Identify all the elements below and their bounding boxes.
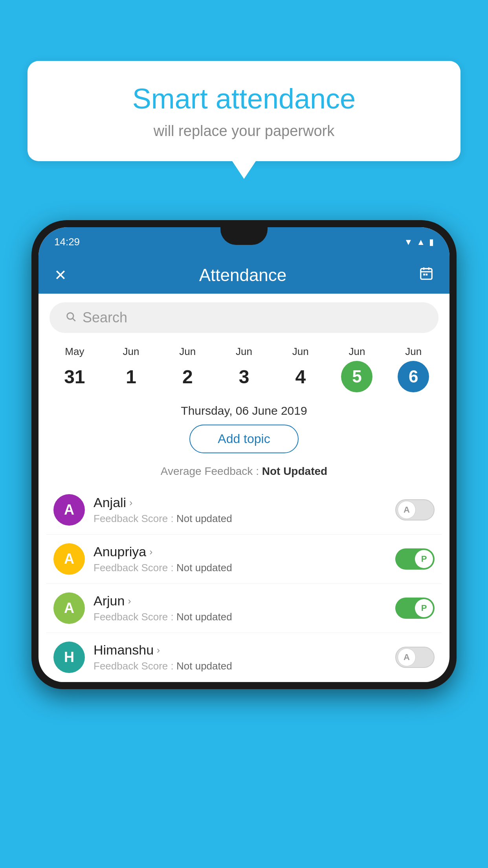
bubble-subtitle: will replace your paperwork: [51, 123, 437, 140]
date-month: Jun: [292, 346, 309, 358]
status-bar: 14:29 ▼ ▲ ▮: [39, 227, 449, 257]
student-name[interactable]: Anjali ›: [94, 495, 387, 510]
close-button[interactable]: ✕: [54, 267, 67, 284]
status-time: 14:29: [54, 236, 80, 248]
search-icon: [65, 311, 76, 325]
date-day: 4: [295, 366, 306, 388]
date-day: 2: [182, 366, 193, 388]
date-item-4[interactable]: Jun4: [272, 346, 329, 392]
feedback-score: Feedback Score : Not updated: [94, 660, 387, 672]
search-input[interactable]: Search: [83, 309, 127, 326]
svg-line-7: [73, 318, 75, 321]
search-bar[interactable]: Search: [50, 302, 438, 333]
student-item-1: AAnupriya ›Feedback Score : Not updatedP: [46, 535, 442, 584]
student-avatar: A: [53, 592, 85, 624]
date-month: Jun: [405, 346, 422, 358]
toggle-knob: A: [398, 648, 416, 666]
student-info: Himanshu ›Feedback Score : Not updated: [94, 642, 387, 672]
student-item-3: HHimanshu ›Feedback Score : Not updatedA: [46, 633, 442, 682]
feedback-score: Feedback Score : Not updated: [94, 513, 387, 525]
attendance-toggle[interactable]: P: [395, 598, 435, 619]
date-picker: May31Jun1Jun2Jun3Jun4Jun5Jun6: [39, 342, 449, 400]
avg-feedback: Average Feedback : Not Updated: [39, 461, 449, 485]
svg-rect-5: [426, 274, 427, 276]
app-header: ✕ Attendance: [39, 257, 449, 294]
student-name[interactable]: Arjun ›: [94, 593, 387, 609]
student-info: Arjun ›Feedback Score : Not updated: [94, 593, 387, 623]
date-month: Jun: [179, 346, 196, 358]
student-name[interactable]: Anupriya ›: [94, 544, 387, 559]
student-list: AAnjali ›Feedback Score : Not updatedAAA…: [39, 485, 449, 682]
bubble-title: Smart attendance: [51, 83, 437, 115]
feedback-score: Feedback Score : Not updated: [94, 611, 387, 623]
selected-date-label: Thursday, 06 June 2019: [39, 400, 449, 425]
student-name[interactable]: Himanshu ›: [94, 642, 387, 658]
date-item-1[interactable]: Jun1: [103, 346, 160, 392]
status-icons: ▼ ▲ ▮: [404, 237, 434, 247]
feedback-score: Feedback Score : Not updated: [94, 562, 387, 574]
signal-icon: ▲: [416, 237, 425, 247]
bubble-tail: [232, 161, 256, 179]
phone-wrapper: 14:29 ▼ ▲ ▮ ✕ Attendance: [31, 220, 457, 868]
date-month: Jun: [123, 346, 139, 358]
notch: [220, 227, 268, 245]
date-item-2[interactable]: Jun2: [159, 346, 216, 392]
add-topic-button[interactable]: Add topic: [189, 425, 298, 453]
battery-icon: ▮: [429, 237, 434, 247]
date-item-5[interactable]: Jun5: [329, 346, 385, 392]
app-title: Attendance: [199, 265, 287, 285]
date-month: Jun: [236, 346, 252, 358]
toggle-knob: P: [415, 599, 433, 617]
date-day: 6: [409, 367, 418, 386]
phone-screen: 14:29 ▼ ▲ ▮ ✕ Attendance: [39, 227, 449, 682]
chevron-icon: ›: [157, 645, 160, 656]
wifi-icon: ▼: [404, 237, 413, 247]
student-avatar: A: [53, 494, 85, 526]
student-avatar: H: [53, 642, 85, 673]
student-item-2: AArjun ›Feedback Score : Not updatedP: [46, 584, 442, 633]
date-day: 5: [352, 367, 361, 386]
chevron-icon: ›: [129, 497, 132, 508]
speech-bubble: Smart attendance will replace your paper…: [28, 61, 460, 161]
phone-outer: 14:29 ▼ ▲ ▮ ✕ Attendance: [31, 220, 457, 689]
chevron-icon: ›: [128, 596, 131, 607]
attendance-toggle[interactable]: A: [395, 499, 435, 520]
svg-rect-4: [423, 274, 425, 276]
speech-bubble-section: Smart attendance will replace your paper…: [28, 61, 460, 179]
date-month: Jun: [349, 346, 365, 358]
date-item-3[interactable]: Jun3: [216, 346, 272, 392]
attendance-toggle[interactable]: P: [395, 548, 435, 570]
date-item-6[interactable]: Jun6: [385, 346, 442, 392]
chevron-icon: ›: [149, 546, 152, 557]
date-day: 1: [126, 366, 136, 388]
date-day: 31: [64, 366, 85, 388]
date-month: May: [65, 346, 84, 358]
attendance-toggle[interactable]: A: [395, 647, 435, 668]
svg-point-6: [67, 313, 73, 319]
student-info: Anupriya ›Feedback Score : Not updated: [94, 544, 387, 574]
date-item-31[interactable]: May31: [46, 346, 103, 392]
calendar-icon[interactable]: [419, 266, 434, 285]
toggle-knob: P: [415, 550, 433, 568]
student-item-0: AAnjali ›Feedback Score : Not updatedA: [46, 485, 442, 535]
student-info: Anjali ›Feedback Score : Not updated: [94, 495, 387, 525]
toggle-knob: A: [398, 501, 416, 519]
date-day: 3: [239, 366, 250, 388]
student-avatar: A: [53, 543, 85, 575]
